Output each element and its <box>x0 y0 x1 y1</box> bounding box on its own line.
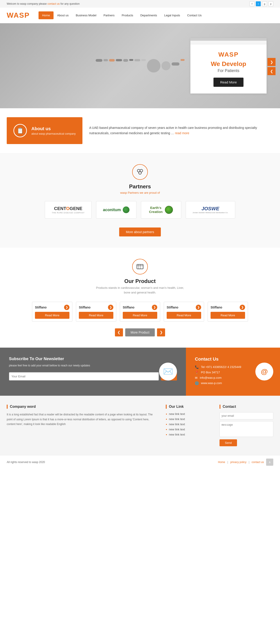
google-icon[interactable]: g <box>262 1 267 6</box>
hero-read-more-button[interactable]: Read More <box>213 78 243 87</box>
footer-link-divider-2: | <box>249 460 249 464</box>
partner-earths-creation: Earth'sCreation <box>141 201 181 218</box>
nav-departments[interactable]: Departments <box>137 12 160 19</box>
footer-link-divider-1: | <box>227 460 228 464</box>
products-icon <box>132 259 148 274</box>
hero-subhead: For Patients <box>197 68 260 73</box>
nav-business[interactable]: Business Model <box>72 12 100 19</box>
newsletter-title: Subscribe To Our Newsletter <box>9 356 177 361</box>
facebook-icon[interactable]: f <box>249 1 254 6</box>
partner-aconitum: aconitum <box>96 201 136 218</box>
footer-copyright: All rights reserved to wasp 2020 <box>7 460 45 464</box>
contact-title: Contact Us <box>195 356 269 362</box>
partners-title: Partners <box>7 184 273 190</box>
hero-content-card: WASP We Develop For Patients Read More <box>190 38 266 94</box>
product-read-more-5[interactable]: Read More <box>211 312 245 319</box>
product-name-3: Stiffano <box>123 306 134 309</box>
product-card-1: Stiffano ❯ Read More <box>32 302 72 322</box>
hero-next-button[interactable]: ❯ <box>267 58 275 66</box>
twitter-icon[interactable]: t <box>256 1 261 6</box>
product-read-more-2[interactable]: Read More <box>79 312 113 319</box>
footer-bottom: All rights reserved to wasp 2020 Home | … <box>0 455 280 469</box>
about-section: 📋 About us about wasp pharmaceutical com… <box>7 117 273 144</box>
hero-slider: WASP We Develop For Patients Read More ❯… <box>0 23 280 108</box>
nav-products[interactable]: Products <box>118 12 137 19</box>
social-icons: f t g p <box>249 1 273 6</box>
more-partners-button[interactable]: More about partners <box>119 228 161 236</box>
products-next-button[interactable]: ❯ <box>157 328 165 336</box>
footer-col3-title: Contact <box>220 405 273 409</box>
product-arrow-5: ❯ <box>240 305 245 310</box>
product-arrow-4: ❯ <box>196 305 201 310</box>
partners-grid: CENTOGENE THE RARE DISEASE COMPANY aconi… <box>7 201 273 218</box>
footer-home-link[interactable]: Home <box>218 460 225 464</box>
svg-point-2 <box>139 172 141 174</box>
globe-icon: 🌐 <box>195 382 199 385</box>
header: WASP Home About us Business Model Partne… <box>0 8 280 23</box>
footer-col2-title: Our Link <box>166 405 211 409</box>
product-name-5: Stiffano <box>211 306 222 309</box>
product-read-more-1[interactable]: Read More <box>35 312 69 319</box>
partners-subtitle: wasp Partners we are proud of <box>7 191 273 194</box>
footer-contact-link[interactable]: contact us <box>251 460 264 464</box>
about-subtitle: about wasp pharmaceutical company <box>31 132 76 135</box>
partners-icon <box>132 164 148 180</box>
newsletter-section: Subscribe To Our Newsletter please feel … <box>0 348 186 396</box>
product-read-more-3[interactable]: Read More <box>123 312 157 319</box>
products-description: Products stands in cardiovascular, woman… <box>7 286 273 295</box>
scroll-top-button[interactable]: ∧ <box>266 458 273 466</box>
partner-centogene: CENTOGENE THE RARE DISEASE COMPANY <box>45 201 91 218</box>
hero-logo: WASP <box>197 51 260 58</box>
footer-link-item-1[interactable]: new link text <box>166 412 211 416</box>
product-arrow-2: ❯ <box>108 305 113 310</box>
products-grid: Stiffano ❯ Read More Stiffano ❯ Read Mor… <box>7 302 273 322</box>
email-icon: ✉ <box>195 376 198 380</box>
footer-link-item-5[interactable]: new link text <box>166 433 211 436</box>
partner-joswe: JOSWE Jordan Sweden Medical and Steriliz… <box>186 201 235 218</box>
footer-link-item-3[interactable]: new link text <box>166 422 211 426</box>
pinterest-icon[interactable]: p <box>268 1 273 6</box>
product-arrow-3: ❯ <box>152 305 157 310</box>
newsletter-form: Send <box>9 372 177 380</box>
nav-legal[interactable]: Legal Inputs <box>161 12 184 19</box>
newsletter-email-input[interactable] <box>9 372 159 380</box>
product-card-2: Stiffano ❯ Read More <box>76 302 116 322</box>
nav-about[interactable]: About us <box>54 12 72 19</box>
footer-message-textarea[interactable] <box>220 421 273 437</box>
product-read-more-4[interactable]: Read More <box>167 312 201 319</box>
more-products-button[interactable]: More Product <box>125 328 155 336</box>
nav-partners[interactable]: Partners <box>100 12 118 19</box>
footer-privacy-link[interactable]: privacy policy <box>230 460 246 464</box>
nav-contact[interactable]: Contact Us <box>184 12 205 19</box>
footer-bottom-links: Home | privacy policy | contact us ∧ <box>218 458 273 466</box>
about-text: A UAE-based pharmaceutical company of se… <box>89 125 273 136</box>
footer-company-word-col: Company word It is a long established fa… <box>7 405 157 446</box>
contact-section: Contact Us 📞 Tel +971 43365622/ 4 232544… <box>186 348 280 396</box>
hero-headline: We Develop <box>197 60 260 68</box>
contact-at-icon: @ <box>255 362 273 380</box>
products-prev-button[interactable]: ❮ <box>115 328 123 336</box>
newsletter-envelope-icon: ✉️ <box>159 362 177 380</box>
product-card-5: Stiffano ❯ Read More <box>208 302 248 322</box>
footer-links-col: Our Link new link text new link text new… <box>166 405 211 446</box>
about-read-more-link[interactable]: read more <box>175 131 189 135</box>
logo: WASP <box>7 11 30 20</box>
footer-link-item-4[interactable]: new link text <box>166 428 211 431</box>
newsletter-text: please feel free to add your email bello… <box>9 364 177 368</box>
product-arrow-1: ❯ <box>64 305 69 310</box>
footer-contact-col: Contact Send <box>220 405 273 446</box>
footer-email-input[interactable] <box>220 412 273 420</box>
contact-link[interactable]: contact us <box>48 2 60 5</box>
footer-col1-text: It is a long established fact that a rea… <box>7 412 157 427</box>
footer-send-button[interactable]: Send <box>220 439 237 446</box>
product-navigation: ❮ More Product ❯ <box>7 328 273 336</box>
location-icon: 📍 <box>195 371 199 374</box>
top-bar: Welcom to wasp company please contact us… <box>0 0 280 8</box>
nav-home[interactable]: Home <box>39 12 54 19</box>
partners-section: Partners wasp Partners we are proud of C… <box>0 153 280 248</box>
product-name-2: Stiffano <box>79 306 90 309</box>
phone-icon: 📞 <box>195 365 199 369</box>
footer-link-list: new link text new link text new link tex… <box>166 412 211 436</box>
footer-link-item-2[interactable]: new link text <box>166 418 211 421</box>
hero-prev-button[interactable]: ❮ <box>267 67 275 75</box>
